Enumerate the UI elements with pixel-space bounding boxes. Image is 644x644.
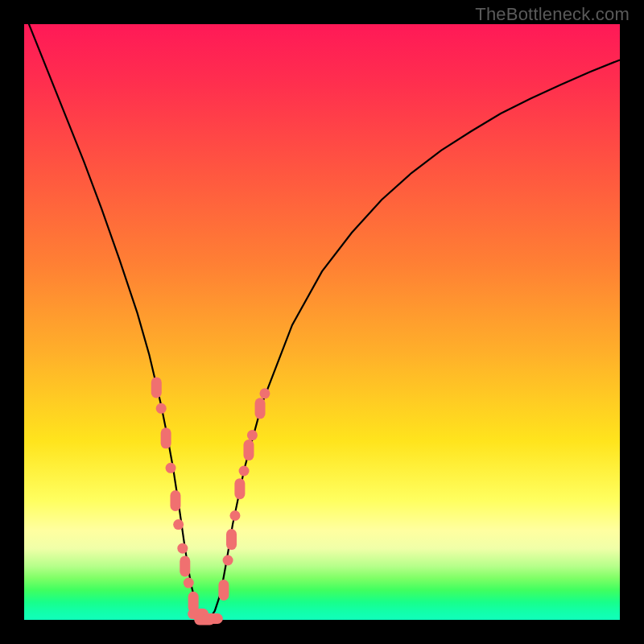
data-point — [151, 377, 162, 398]
data-point — [156, 403, 167, 414]
plot-area — [24, 24, 620, 620]
data-point — [255, 398, 266, 419]
data-point — [177, 543, 188, 554]
data-point — [170, 490, 180, 511]
data-point — [243, 440, 254, 460]
data-markers — [151, 377, 270, 625]
data-point — [247, 430, 258, 440]
outer-frame: TheBottleneck.com — [0, 0, 644, 644]
bottleneck-curve — [24, 12, 620, 620]
data-point — [226, 529, 237, 550]
data-point — [223, 555, 233, 566]
data-point — [161, 427, 171, 448]
data-point — [234, 478, 245, 499]
data-point — [259, 388, 270, 398]
data-point — [173, 519, 184, 530]
data-point — [202, 613, 223, 624]
watermark-text: TheBottleneck.com — [475, 4, 630, 25]
chart-overlay — [24, 24, 620, 620]
data-point — [184, 578, 194, 588]
data-point — [180, 555, 190, 576]
data-point — [166, 463, 176, 473]
data-point — [218, 580, 229, 601]
data-point — [229, 510, 240, 521]
data-point — [239, 466, 250, 477]
